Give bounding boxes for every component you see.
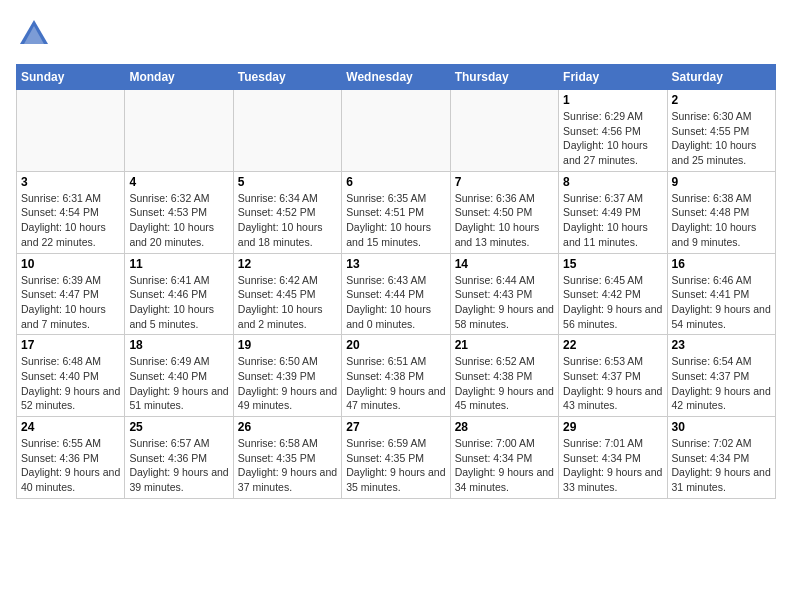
calendar-cell (125, 90, 233, 172)
day-info: Sunrise: 6:41 AM Sunset: 4:46 PM Dayligh… (129, 273, 228, 332)
calendar-week-row: 1Sunrise: 6:29 AM Sunset: 4:56 PM Daylig… (17, 90, 776, 172)
calendar-header-row: SundayMondayTuesdayWednesdayThursdayFrid… (17, 65, 776, 90)
calendar-cell: 6Sunrise: 6:35 AM Sunset: 4:51 PM Daylig… (342, 171, 450, 253)
day-info: Sunrise: 6:55 AM Sunset: 4:36 PM Dayligh… (21, 436, 120, 495)
calendar: SundayMondayTuesdayWednesdayThursdayFrid… (16, 64, 776, 499)
calendar-cell: 20Sunrise: 6:51 AM Sunset: 4:38 PM Dayli… (342, 335, 450, 417)
day-info: Sunrise: 6:31 AM Sunset: 4:54 PM Dayligh… (21, 191, 120, 250)
calendar-cell: 1Sunrise: 6:29 AM Sunset: 4:56 PM Daylig… (559, 90, 667, 172)
day-number: 27 (346, 420, 445, 434)
page-header (16, 16, 776, 52)
calendar-cell: 18Sunrise: 6:49 AM Sunset: 4:40 PM Dayli… (125, 335, 233, 417)
calendar-week-row: 17Sunrise: 6:48 AM Sunset: 4:40 PM Dayli… (17, 335, 776, 417)
day-number: 7 (455, 175, 554, 189)
calendar-cell: 3Sunrise: 6:31 AM Sunset: 4:54 PM Daylig… (17, 171, 125, 253)
calendar-cell: 26Sunrise: 6:58 AM Sunset: 4:35 PM Dayli… (233, 417, 341, 499)
calendar-cell: 8Sunrise: 6:37 AM Sunset: 4:49 PM Daylig… (559, 171, 667, 253)
calendar-cell (342, 90, 450, 172)
day-number: 9 (672, 175, 771, 189)
day-number: 23 (672, 338, 771, 352)
day-number: 6 (346, 175, 445, 189)
day-info: Sunrise: 6:52 AM Sunset: 4:38 PM Dayligh… (455, 354, 554, 413)
calendar-cell: 17Sunrise: 6:48 AM Sunset: 4:40 PM Dayli… (17, 335, 125, 417)
day-info: Sunrise: 6:36 AM Sunset: 4:50 PM Dayligh… (455, 191, 554, 250)
calendar-cell (450, 90, 558, 172)
calendar-week-row: 10Sunrise: 6:39 AM Sunset: 4:47 PM Dayli… (17, 253, 776, 335)
calendar-cell: 25Sunrise: 6:57 AM Sunset: 4:36 PM Dayli… (125, 417, 233, 499)
calendar-cell: 10Sunrise: 6:39 AM Sunset: 4:47 PM Dayli… (17, 253, 125, 335)
day-info: Sunrise: 6:42 AM Sunset: 4:45 PM Dayligh… (238, 273, 337, 332)
calendar-cell (17, 90, 125, 172)
day-number: 4 (129, 175, 228, 189)
day-info: Sunrise: 6:59 AM Sunset: 4:35 PM Dayligh… (346, 436, 445, 495)
day-number: 3 (21, 175, 120, 189)
day-info: Sunrise: 6:44 AM Sunset: 4:43 PM Dayligh… (455, 273, 554, 332)
day-info: Sunrise: 6:29 AM Sunset: 4:56 PM Dayligh… (563, 109, 662, 168)
day-number: 17 (21, 338, 120, 352)
calendar-cell: 16Sunrise: 6:46 AM Sunset: 4:41 PM Dayli… (667, 253, 775, 335)
day-info: Sunrise: 6:49 AM Sunset: 4:40 PM Dayligh… (129, 354, 228, 413)
calendar-cell: 13Sunrise: 6:43 AM Sunset: 4:44 PM Dayli… (342, 253, 450, 335)
day-info: Sunrise: 7:00 AM Sunset: 4:34 PM Dayligh… (455, 436, 554, 495)
calendar-cell: 27Sunrise: 6:59 AM Sunset: 4:35 PM Dayli… (342, 417, 450, 499)
day-number: 5 (238, 175, 337, 189)
logo-icon (16, 16, 52, 52)
calendar-cell: 30Sunrise: 7:02 AM Sunset: 4:34 PM Dayli… (667, 417, 775, 499)
calendar-header-cell: Friday (559, 65, 667, 90)
day-number: 16 (672, 257, 771, 271)
day-info: Sunrise: 6:50 AM Sunset: 4:39 PM Dayligh… (238, 354, 337, 413)
day-number: 24 (21, 420, 120, 434)
day-number: 13 (346, 257, 445, 271)
day-number: 1 (563, 93, 662, 107)
calendar-cell: 4Sunrise: 6:32 AM Sunset: 4:53 PM Daylig… (125, 171, 233, 253)
day-number: 29 (563, 420, 662, 434)
calendar-cell: 2Sunrise: 6:30 AM Sunset: 4:55 PM Daylig… (667, 90, 775, 172)
calendar-body: 1Sunrise: 6:29 AM Sunset: 4:56 PM Daylig… (17, 90, 776, 499)
day-number: 15 (563, 257, 662, 271)
day-info: Sunrise: 6:30 AM Sunset: 4:55 PM Dayligh… (672, 109, 771, 168)
day-info: Sunrise: 6:58 AM Sunset: 4:35 PM Dayligh… (238, 436, 337, 495)
day-number: 19 (238, 338, 337, 352)
calendar-cell: 22Sunrise: 6:53 AM Sunset: 4:37 PM Dayli… (559, 335, 667, 417)
day-info: Sunrise: 6:43 AM Sunset: 4:44 PM Dayligh… (346, 273, 445, 332)
day-number: 21 (455, 338, 554, 352)
day-info: Sunrise: 7:01 AM Sunset: 4:34 PM Dayligh… (563, 436, 662, 495)
day-number: 25 (129, 420, 228, 434)
calendar-header-cell: Monday (125, 65, 233, 90)
calendar-header: SundayMondayTuesdayWednesdayThursdayFrid… (17, 65, 776, 90)
day-number: 8 (563, 175, 662, 189)
calendar-cell: 7Sunrise: 6:36 AM Sunset: 4:50 PM Daylig… (450, 171, 558, 253)
day-number: 28 (455, 420, 554, 434)
day-number: 2 (672, 93, 771, 107)
calendar-cell: 14Sunrise: 6:44 AM Sunset: 4:43 PM Dayli… (450, 253, 558, 335)
calendar-header-cell: Wednesday (342, 65, 450, 90)
calendar-cell: 12Sunrise: 6:42 AM Sunset: 4:45 PM Dayli… (233, 253, 341, 335)
calendar-cell: 21Sunrise: 6:52 AM Sunset: 4:38 PM Dayli… (450, 335, 558, 417)
calendar-cell: 15Sunrise: 6:45 AM Sunset: 4:42 PM Dayli… (559, 253, 667, 335)
calendar-cell: 28Sunrise: 7:00 AM Sunset: 4:34 PM Dayli… (450, 417, 558, 499)
day-info: Sunrise: 6:51 AM Sunset: 4:38 PM Dayligh… (346, 354, 445, 413)
calendar-cell: 9Sunrise: 6:38 AM Sunset: 4:48 PM Daylig… (667, 171, 775, 253)
day-number: 18 (129, 338, 228, 352)
day-info: Sunrise: 6:37 AM Sunset: 4:49 PM Dayligh… (563, 191, 662, 250)
day-info: Sunrise: 6:54 AM Sunset: 4:37 PM Dayligh… (672, 354, 771, 413)
calendar-cell: 23Sunrise: 6:54 AM Sunset: 4:37 PM Dayli… (667, 335, 775, 417)
day-info: Sunrise: 6:35 AM Sunset: 4:51 PM Dayligh… (346, 191, 445, 250)
calendar-header-cell: Tuesday (233, 65, 341, 90)
calendar-header-cell: Saturday (667, 65, 775, 90)
day-info: Sunrise: 6:34 AM Sunset: 4:52 PM Dayligh… (238, 191, 337, 250)
day-info: Sunrise: 6:53 AM Sunset: 4:37 PM Dayligh… (563, 354, 662, 413)
calendar-cell (233, 90, 341, 172)
day-info: Sunrise: 6:46 AM Sunset: 4:41 PM Dayligh… (672, 273, 771, 332)
calendar-cell: 24Sunrise: 6:55 AM Sunset: 4:36 PM Dayli… (17, 417, 125, 499)
day-number: 20 (346, 338, 445, 352)
calendar-week-row: 3Sunrise: 6:31 AM Sunset: 4:54 PM Daylig… (17, 171, 776, 253)
logo (16, 16, 56, 52)
day-number: 30 (672, 420, 771, 434)
day-number: 11 (129, 257, 228, 271)
calendar-header-cell: Thursday (450, 65, 558, 90)
day-number: 12 (238, 257, 337, 271)
day-info: Sunrise: 7:02 AM Sunset: 4:34 PM Dayligh… (672, 436, 771, 495)
day-info: Sunrise: 6:38 AM Sunset: 4:48 PM Dayligh… (672, 191, 771, 250)
day-info: Sunrise: 6:39 AM Sunset: 4:47 PM Dayligh… (21, 273, 120, 332)
